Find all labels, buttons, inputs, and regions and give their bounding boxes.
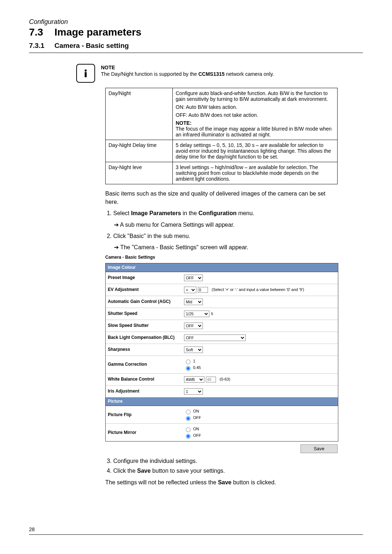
section-title: Image parameters bbox=[54, 26, 142, 38]
setting-label: Preset Image bbox=[108, 275, 184, 281]
select-back-light-compensation-blc-[interactable]: OFF bbox=[184, 335, 246, 341]
svg-rect-1 bbox=[85, 72, 86, 77]
description-table: Day/NightConfigure auto black-and-white … bbox=[105, 88, 338, 184]
setting-row: Shutter Speed1/25s bbox=[106, 308, 338, 320]
setting-row: Gamma Correction10.45 bbox=[106, 356, 338, 374]
subsection-heading: 7.3.1 Camera - Basic setting bbox=[29, 42, 363, 50]
setting-label: Sharpness bbox=[108, 346, 184, 353]
step-item: Click "Basic" in the sub menu. bbox=[113, 232, 338, 240]
result-arrow: A sub menu for Camera Settings will appe… bbox=[114, 221, 338, 229]
step-item: Click the Save button to save your setti… bbox=[113, 467, 338, 475]
step-item: Configure the individual settings. bbox=[113, 457, 338, 465]
select-shutter-speed[interactable]: 1/25 bbox=[184, 311, 209, 317]
radio-gamma-correction-0.45[interactable] bbox=[186, 366, 191, 371]
steps-list-b: Configure the individual settings.Click … bbox=[105, 457, 338, 475]
setting-label: Picture Mirror bbox=[108, 430, 184, 436]
page-number: 28 bbox=[29, 526, 363, 532]
wb-hint: (0-63) bbox=[220, 377, 230, 382]
setting-row: Picture MirrorONOFF bbox=[106, 424, 338, 441]
svg-point-0 bbox=[85, 70, 87, 72]
section-number: 7.3 bbox=[29, 26, 54, 38]
setting-label: Picture Flip bbox=[108, 412, 184, 418]
select-white-balance[interactable]: AWB bbox=[184, 376, 204, 383]
panel-title: Camera - Basic Settings bbox=[105, 254, 338, 260]
table-row-name: Day-Night leve bbox=[106, 162, 173, 184]
step-item: Select Image Parameters in the Configura… bbox=[113, 209, 338, 217]
save-button[interactable]: Save bbox=[301, 444, 338, 453]
radio-picture-mirror-off[interactable] bbox=[186, 434, 191, 439]
table-row-name: Day-Night Delay time bbox=[106, 140, 173, 162]
note-body: NOTE The Day/Night function is supported… bbox=[101, 64, 274, 83]
picture-header: Picture bbox=[106, 397, 338, 406]
setting-row: Preset ImageOFF bbox=[106, 272, 338, 284]
setting-row: Iris Adjustment1 bbox=[106, 386, 338, 397]
select-automatic-gain-control-agc-[interactable]: Mid bbox=[184, 299, 203, 305]
setting-label: White Balance Control bbox=[108, 376, 184, 382]
ev-hint: (Select '+' or '-' and input a value bet… bbox=[212, 287, 304, 293]
radio-picture-mirror-on[interactable] bbox=[186, 427, 191, 432]
info-icon bbox=[76, 64, 95, 83]
setting-row: Slow Speed ShutterOFF bbox=[106, 320, 338, 332]
setting-row: Automatic Gain Control (AGC)Mid bbox=[106, 296, 338, 308]
setting-row: Back Light Compensation (BLC)OFF bbox=[106, 332, 338, 344]
select-slow-speed-shutter[interactable]: OFF bbox=[184, 323, 203, 329]
setting-row: EV Adjustment+(Select '+' or '-' and inp… bbox=[106, 284, 338, 296]
closing-text: The settings will not be reflected unles… bbox=[105, 478, 338, 487]
note-text: The Day/Night function is supported by t… bbox=[101, 71, 274, 77]
divider bbox=[29, 53, 363, 53]
section-heading: 7.3 Image parameters bbox=[29, 26, 363, 38]
setting-label: Back Light Compensation (BLC) bbox=[108, 335, 184, 341]
input-wb-value[interactable] bbox=[206, 377, 216, 382]
intro-text: Basic items such as the size and quality… bbox=[105, 189, 338, 206]
setting-row: SharpnessSoft bbox=[106, 344, 338, 356]
setting-row: White Balance ControlAWB(0-63) bbox=[106, 374, 338, 386]
steps-list-a: Select Image Parameters in the Configura… bbox=[105, 209, 338, 217]
breadcrumb: Configuration bbox=[29, 18, 363, 26]
radio-picture-flip-on[interactable] bbox=[186, 410, 191, 414]
table-row-desc: 5 delay settings – 0, 5, 10, 15, 30 s – … bbox=[173, 140, 338, 162]
image-colour-header: Image Colour bbox=[106, 263, 338, 272]
setting-label: Slow Speed Shutter bbox=[108, 323, 184, 329]
setting-label: Gamma Correction bbox=[108, 361, 184, 368]
subsection-title: Camera - Basic setting bbox=[54, 42, 129, 50]
select-sharpness[interactable]: Soft bbox=[184, 346, 203, 353]
table-row-desc: 3 level settings – high/mid/low – are av… bbox=[173, 162, 338, 184]
select-preset-image[interactable]: OFF bbox=[184, 275, 203, 281]
setting-label: Shutter Speed bbox=[108, 311, 184, 317]
input-ev-value[interactable] bbox=[198, 287, 208, 293]
radio-picture-flip-off[interactable] bbox=[186, 416, 191, 421]
select-iris-adjustment[interactable]: 1 bbox=[184, 388, 203, 395]
subsection-number: 7.3.1 bbox=[29, 42, 54, 50]
radio-gamma-correction-1[interactable] bbox=[186, 360, 191, 364]
setting-label: Iris Adjustment bbox=[108, 388, 184, 394]
setting-row: Picture FlipONOFF bbox=[106, 406, 338, 424]
setting-label: Automatic Gain Control (AGC) bbox=[108, 299, 184, 305]
settings-panel: Image Colour Preset ImageOFFEV Adjustmen… bbox=[105, 263, 338, 442]
table-row-name: Day/Night bbox=[106, 88, 173, 140]
table-row-desc: Configure auto black-and-white function.… bbox=[173, 88, 338, 140]
setting-label: EV Adjustment bbox=[108, 287, 184, 293]
note-label: NOTE bbox=[101, 65, 274, 70]
select-ev-sign[interactable]: + bbox=[184, 287, 196, 293]
result-arrow: The "Camera - Basic Settings" screen wil… bbox=[114, 243, 338, 251]
